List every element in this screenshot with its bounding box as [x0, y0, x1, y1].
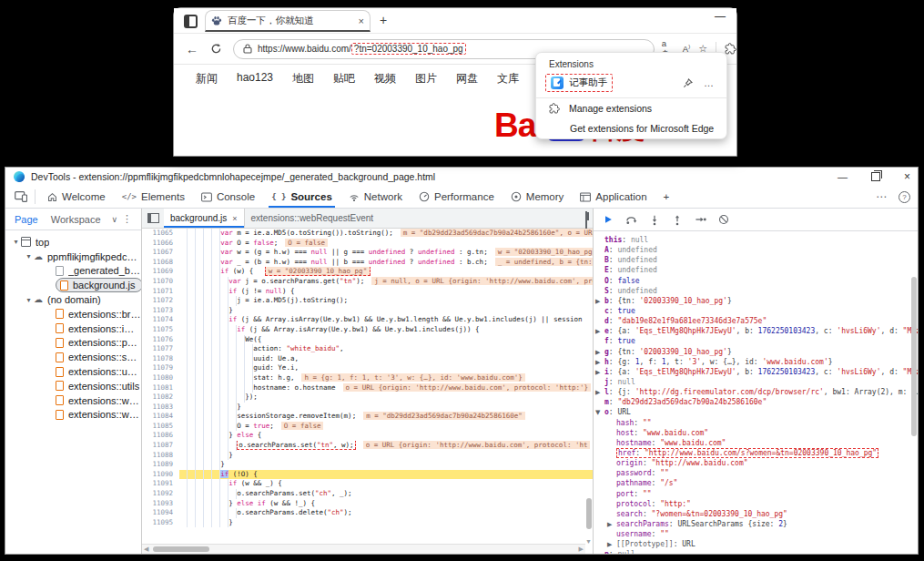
scope-row[interactable]: username: "": [594, 529, 918, 539]
scope-row[interactable]: ▶l: {j: 'http://dg.fireemulator.com/dcp/…: [594, 387, 918, 397]
expand-icon[interactable]: ▶: [607, 540, 616, 549]
scope-row[interactable]: port: "": [594, 489, 918, 499]
close-button[interactable]: ×: [904, 170, 910, 183]
tree-item-top[interactable]: ▾top: [5, 235, 141, 250]
scope-row[interactable]: ▶g: {tn: '02003390_10_hao_pg'}: [594, 347, 918, 357]
line-number[interactable]: 11072: [142, 296, 179, 306]
tree-item--generated-background-[interactable]: _generated_background...: [5, 264, 141, 279]
tree-item-extensions-uncaught-ex-[interactable]: extensions::uncaught_ex...: [5, 364, 141, 379]
step-icon[interactable]: [695, 214, 706, 225]
scope-row[interactable]: origin: "http://www.baidu.com": [594, 458, 918, 468]
line-number[interactable]: 11080: [142, 373, 179, 383]
new-tab-button[interactable]: +: [380, 13, 387, 27]
scope-row[interactable]: hash: "": [594, 418, 918, 428]
devtools-tab-network[interactable]: Network: [340, 186, 411, 208]
line-number[interactable]: 11094: [142, 508, 179, 518]
navigator-toggle-icon[interactable]: [142, 213, 164, 223]
line-number[interactable]: 11093: [142, 499, 179, 509]
scope-row[interactable]: A: undefined: [594, 245, 918, 255]
scope-row[interactable]: p: null: [594, 549, 918, 554]
scope-row[interactable]: ▶h: {g: 1, f: 1, t: '3', w: {…}, id: 'ww…: [594, 357, 918, 367]
scope-row[interactable]: href: "http://www.baidu.com/s?women=&tn=…: [594, 448, 918, 458]
chevron-down-icon[interactable]: ∨: [111, 215, 117, 224]
tree-item--no-domain-[interactable]: ▾☁(no domain): [5, 292, 141, 307]
extension-item-row[interactable]: 记事助手 …: [545, 73, 717, 93]
deactivate-breakpoints-icon[interactable]: [718, 214, 729, 225]
devtools-help-icon[interactable]: ?: [899, 191, 910, 203]
restore-button[interactable]: [871, 172, 880, 181]
expand-icon[interactable]: ▶: [607, 520, 616, 529]
baidu-nav-link[interactable]: 地图: [292, 71, 314, 87]
devtools-tab-welcome[interactable]: Welcome: [39, 186, 114, 208]
extensions-puzzle-icon[interactable]: [725, 43, 736, 55]
tab-page[interactable]: Page: [5, 214, 38, 225]
scope-row[interactable]: E: undefined: [594, 265, 918, 275]
baidu-nav-link[interactable]: 图片: [415, 71, 437, 87]
scope-row[interactable]: this: null: [594, 235, 918, 245]
scope-row[interactable]: hostname: "www.baidu.com": [594, 438, 918, 448]
scope-row[interactable]: host: "www.baidu.com": [594, 428, 918, 438]
tree-item-background-js[interactable]: background.js: [5, 278, 141, 292]
tree-item-extensions-permissions[interactable]: extensions::permissions: [5, 336, 141, 351]
line-number[interactable]: 11065: [142, 229, 179, 239]
line-number[interactable]: 11091: [142, 479, 179, 489]
kebab-menu-icon[interactable]: ⋮: [122, 213, 132, 225]
minimize-button[interactable]: —: [838, 171, 848, 182]
devtools-tab-elements[interactable]: </>Elements: [114, 186, 193, 208]
tab-workspace[interactable]: Workspace: [38, 214, 101, 225]
line-number[interactable]: 11081: [142, 383, 179, 393]
tree-expand-icon[interactable]: ▾: [24, 252, 34, 260]
scope-row[interactable]: password: "": [594, 468, 918, 478]
devtools-more-icon[interactable]: ⋯: [876, 190, 888, 203]
resume-icon[interactable]: [603, 214, 614, 225]
expand-icon[interactable]: ▶: [595, 368, 604, 377]
line-number[interactable]: 11095: [142, 518, 179, 528]
back-button[interactable]: ←: [186, 42, 198, 56]
line-number[interactable]: 11088: [142, 451, 179, 461]
scope-row[interactable]: ▼o: URL: [594, 407, 918, 417]
baidu-nav-link[interactable]: 新闻: [196, 71, 218, 87]
devtools-tab-sources[interactable]: { }Sources: [263, 186, 340, 208]
tree-item-extensions-utils[interactable]: extensions::utils: [5, 379, 141, 393]
line-number[interactable]: 11075: [142, 325, 179, 335]
expand-icon[interactable]: ▶: [595, 388, 604, 397]
scope-row[interactable]: ▶[[Prototype]]: URL: [594, 539, 918, 549]
line-number[interactable]: 11076: [142, 335, 179, 345]
expand-icon[interactable]: ▼: [595, 408, 604, 417]
editor-options-icon[interactable]: [585, 212, 587, 229]
step-out-icon[interactable]: [672, 214, 683, 226]
line-number[interactable]: 11066: [142, 239, 179, 249]
step-over-icon[interactable]: [625, 214, 637, 225]
line-number[interactable]: 11092: [142, 489, 179, 499]
scope-row[interactable]: m: "db29dd23ad569dac7b90a24b2586160e": [594, 397, 918, 407]
line-number[interactable]: 11083: [142, 403, 179, 413]
browser-minimize-button[interactable]: —: [715, 10, 726, 23]
tree-expand-icon[interactable]: ▾: [24, 296, 34, 304]
tree-item-extensions-webrequest-[interactable]: extensions::webRequest...: [5, 408, 141, 423]
line-number[interactable]: 11068: [142, 258, 179, 268]
manage-extensions-item[interactable]: Manage extensions: [536, 98, 726, 118]
step-into-icon[interactable]: [649, 214, 660, 226]
expand-icon[interactable]: ▶: [595, 327, 604, 336]
editor-tab-extensions-webrequestevent[interactable]: extensions::webRequestEvent: [245, 209, 381, 228]
tree-item-extensions-seticon[interactable]: extensions::setIcon: [5, 350, 141, 364]
get-extensions-item[interactable]: Get extensions for Microsoft Edge: [536, 118, 726, 138]
extension-more-icon[interactable]: …: [704, 77, 714, 88]
scope-scrollbar-thumb[interactable]: [911, 277, 917, 436]
line-number[interactable]: 11078: [142, 354, 179, 364]
tree-item-extensions-webrequest[interactable]: extensions::webRequest: [5, 393, 141, 408]
line-number[interactable]: 11077: [142, 344, 179, 354]
tab-actions-icon[interactable]: [184, 15, 198, 28]
tree-item-ppmflikjmgfikpedcbmnloh-[interactable]: ▾☁ppmflikjmgfikpedcbmnloh...: [5, 250, 141, 264]
line-number[interactable]: 11069: [142, 267, 179, 277]
baidu-nav-link[interactable]: hao123: [237, 71, 273, 87]
line-number[interactable]: 11079: [142, 363, 179, 373]
scope-row[interactable]: ▶searchParams: URLSearchParams {size: 2}: [594, 519, 918, 529]
line-number[interactable]: 11086: [142, 431, 179, 441]
expand-icon[interactable]: ▶: [595, 297, 604, 306]
line-number[interactable]: 11070: [142, 277, 179, 287]
tree-item-extensions-browseraction[interactable]: extensions::browserAction: [5, 307, 141, 321]
line-number[interactable]: 11067: [142, 248, 179, 258]
devtools-tab-memory[interactable]: Memory: [503, 186, 573, 208]
editor-vertical-scrollbar[interactable]: ▼: [585, 229, 593, 545]
